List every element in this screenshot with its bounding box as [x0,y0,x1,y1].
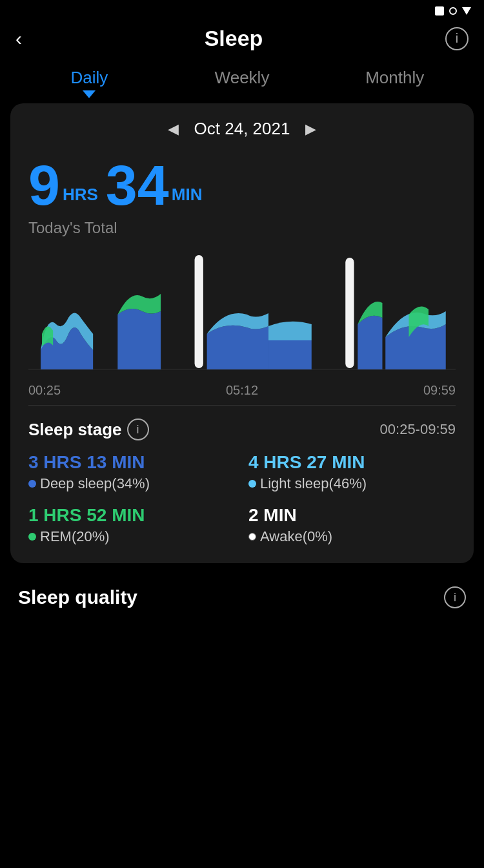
awake-dot [248,533,256,541]
signal-icon [449,7,457,15]
sleep-stage-info-button[interactable]: i [127,418,149,440]
header: ‹ Sleep i [0,19,484,61]
chart-time-labels: 00:25 05:12 09:59 [28,383,456,398]
sleep-stage-grid: 3 HRS 13 MIN Deep sleep(34%) 4 HRS 27 MI… [28,452,456,545]
light-sleep-desc: Light sleep(46%) [248,475,456,492]
tabs-bar: Daily Weekly Monthly [0,61,484,98]
stage-deep-sleep: 3 HRS 13 MIN Deep sleep(34%) [28,452,236,492]
light-sleep-duration: 4 HRS 27 MIN [248,452,456,473]
chart-time-start: 00:25 [28,383,61,398]
awake-duration: 2 MIN [248,505,456,526]
wifi-icon [462,7,471,15]
sleep-hrs-label: HRS [63,185,98,205]
battery-icon [435,6,444,16]
section-divider [28,405,456,406]
header-info-button[interactable]: i [445,27,469,50]
chart-time-mid: 05:12 [226,383,258,398]
main-card: ◀ Oct 24, 2021 ▶ 9 HRS 34 MIN Today's To… [10,103,474,563]
rem-duration: 1 HRS 52 MIN [28,505,236,526]
sleep-stage-time-range: 00:25-09:59 [380,421,456,438]
deep-sleep-duration: 3 HRS 13 MIN [28,452,236,473]
sleep-chart: 00:25 05:12 09:59 [28,250,456,392]
rem-label: REM(20%) [40,528,110,545]
page-title: Sleep [205,26,263,51]
sleep-stage-title-row: Sleep stage i [28,418,149,440]
light-sleep-label: Light sleep(46%) [260,475,367,492]
light-sleep-dot [248,480,256,488]
deep-sleep-desc: Deep sleep(34%) [28,475,236,492]
sleep-quality-title: Sleep quality [18,586,137,608]
back-button[interactable]: ‹ [15,29,22,48]
prev-date-button[interactable]: ◀ [168,121,179,138]
awake-label: Awake(0%) [260,528,332,545]
next-date-button[interactable]: ▶ [305,121,316,138]
sleep-stage-title: Sleep stage [28,420,122,440]
stage-rem: 1 HRS 52 MIN REM(20%) [28,505,236,545]
sleep-total-display: 9 HRS 34 MIN [28,157,456,214]
stage-awake: 2 MIN Awake(0%) [248,505,456,545]
stage-light-sleep: 4 HRS 27 MIN Light sleep(46%) [248,452,456,492]
status-bar [0,0,484,19]
rem-desc: REM(20%) [28,528,236,545]
sleep-minutes-value: 34 [106,157,169,214]
tab-daily[interactable]: Daily [13,61,166,98]
sleep-subtitle: Today's Total [28,219,456,237]
sleep-quality-info-button[interactable]: i [444,586,466,608]
sleep-hours-value: 9 [28,157,60,214]
deep-sleep-label: Deep sleep(34%) [40,475,150,492]
deep-sleep-dot [28,480,36,488]
svg-rect-2 [345,258,354,368]
tab-monthly[interactable]: Monthly [318,61,471,98]
sleep-quality-section: Sleep quality i [0,568,484,621]
svg-rect-1 [195,255,203,368]
tab-active-indicator [83,90,96,98]
chart-time-end: 09:59 [423,383,456,398]
current-date: Oct 24, 2021 [194,119,290,139]
rem-dot [28,533,36,541]
sleep-stage-header: Sleep stage i 00:25-09:59 [28,418,456,440]
awake-desc: Awake(0%) [248,528,456,545]
date-navigation: ◀ Oct 24, 2021 ▶ [28,119,456,139]
tab-weekly[interactable]: Weekly [166,61,319,98]
sleep-min-label: MIN [172,185,203,205]
